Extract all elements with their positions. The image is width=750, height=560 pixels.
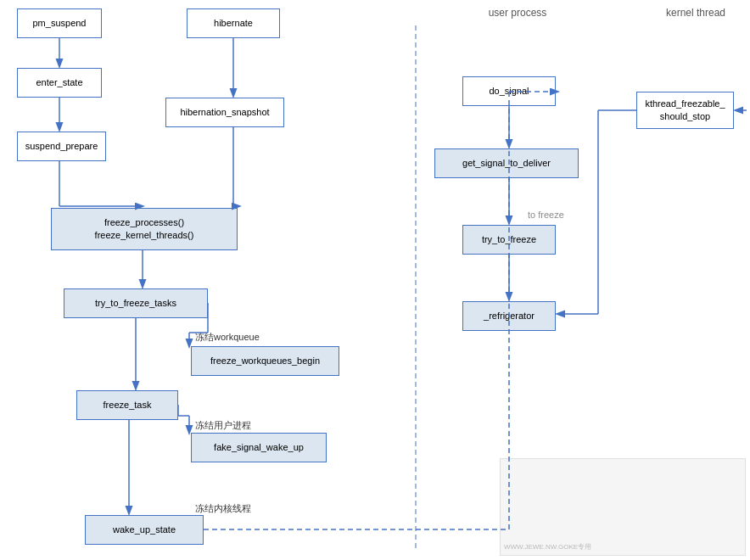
freeze-kernel-thread-label: 冻结内核线程	[195, 502, 251, 515]
do-signal-box: do_signal	[462, 76, 556, 106]
kernel-thread-label: kernel thread	[653, 7, 738, 19]
freeze-task-box: freeze_task	[76, 390, 178, 420]
user-process-label: user process	[475, 7, 560, 19]
get-signal-to-deliver-box: get_signal_to_deliver	[434, 148, 579, 178]
try-to-freeze-box: try_to_freeze	[462, 225, 556, 255]
freeze-workqueue-label: 冻结workqueue	[195, 331, 260, 344]
to-freeze-label: to freeze	[528, 210, 564, 220]
enter-state-box: enter_state	[17, 68, 102, 98]
kthread-freezable-box: kthread_freezable_ should_stop	[636, 92, 734, 129]
try-to-freeze-tasks-box: try_to_freeze_tasks	[64, 288, 208, 318]
watermark-image: WWW.JEWE.NW.GOKE专用	[500, 458, 746, 556]
hibernation-snapshot-box: hibernation_snapshot	[165, 98, 284, 127]
fake-signal-wake-up-box: fake_signal_wake_up	[191, 433, 327, 462]
wake-up-state-box: wake_up_state	[85, 515, 204, 545]
refrigerator-box: _refrigerator	[462, 301, 556, 331]
freeze-processes-box: freeze_processes() freeze_kernel_threads…	[51, 208, 238, 250]
suspend-prepare-box: suspend_prepare	[17, 132, 106, 161]
freeze-workqueues-begin-box: freeze_workqueues_begin	[191, 346, 339, 376]
hibernate-box: hibernate	[187, 8, 280, 38]
freeze-user-process-label: 冻结用户进程	[195, 419, 251, 432]
diagram: user process kernel thread 冻结workqueue 冻…	[0, 0, 750, 560]
pm-suspend-box: pm_suspend	[17, 8, 102, 38]
watermark-text: WWW.JEWE.NW.GOKE专用	[504, 542, 591, 552]
